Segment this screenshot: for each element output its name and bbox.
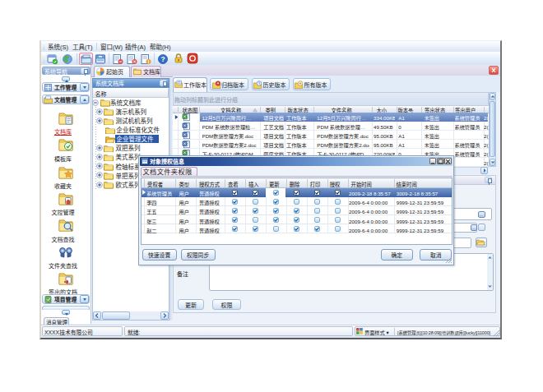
svg-text:?: ? <box>160 55 165 63</box>
